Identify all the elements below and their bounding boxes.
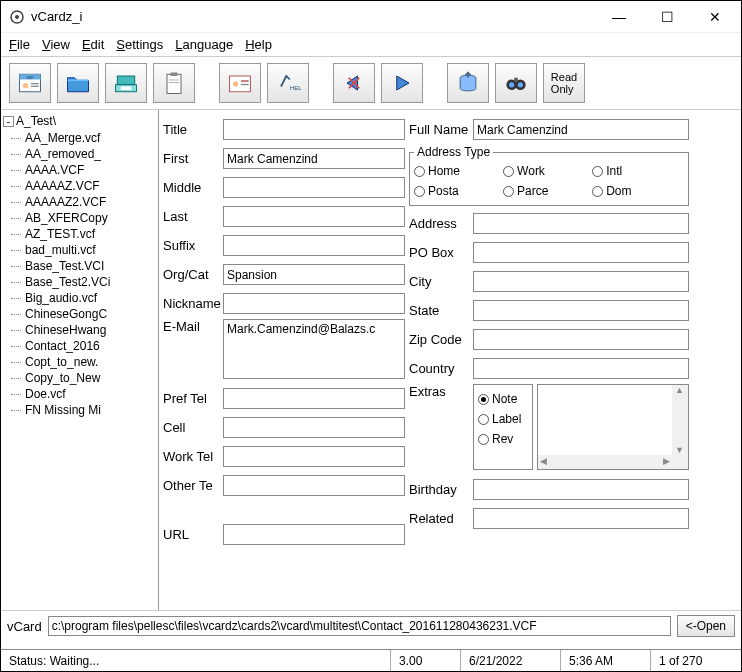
orgcat-field[interactable]	[223, 264, 405, 285]
tree-item[interactable]: AAAAAZ.VCF	[3, 178, 156, 194]
zip-field[interactable]	[473, 329, 689, 350]
label-addresstype: Address Type	[414, 145, 493, 159]
tree-item[interactable]: Copy_to_New	[3, 370, 156, 386]
othertel-field[interactable]	[223, 475, 405, 496]
fullname-field[interactable]	[473, 119, 689, 140]
label-preftel: Pref Tel	[163, 391, 223, 406]
radio-label[interactable]: Label	[478, 409, 528, 429]
file-tree[interactable]: -A_Test\ AA_Merge.vcfAA_removed_AAAA.VCF…	[1, 110, 159, 610]
menu-edit[interactable]: Edit	[82, 37, 104, 52]
radio-dom[interactable]: Dom	[592, 181, 681, 201]
menu-file[interactable]: File	[9, 37, 30, 52]
tree-item[interactable]: AAAA.VCF	[3, 162, 156, 178]
extras-textarea[interactable]	[537, 384, 689, 470]
suffix-field[interactable]	[223, 235, 405, 256]
tree-item[interactable]: Big_audio.vcf	[3, 290, 156, 306]
toolbar-vcf-icon[interactable]: VCF	[9, 63, 51, 103]
toolbar-forward-icon[interactable]	[381, 63, 423, 103]
svg-rect-17	[241, 80, 249, 81]
label-address: Address	[409, 216, 473, 231]
status-version: 3.00	[391, 650, 461, 671]
country-field[interactable]	[473, 358, 689, 379]
status-time: 5:36 AM	[561, 650, 651, 671]
radio-home[interactable]: Home	[414, 161, 503, 181]
email-field[interactable]: Mark.Camenzind@Balazs.c	[223, 319, 405, 379]
url-field[interactable]	[223, 524, 405, 545]
radio-note[interactable]: Note	[478, 389, 528, 409]
scrollbar-vertical[interactable]	[672, 385, 688, 469]
tree-root-label[interactable]: A_Test\	[16, 114, 56, 128]
preftel-field[interactable]	[223, 388, 405, 409]
worktel-field[interactable]	[223, 446, 405, 467]
pobox-field[interactable]	[473, 242, 689, 263]
tree-item[interactable]: Doe.vcf	[3, 386, 156, 402]
toolbar-folder-icon[interactable]	[57, 63, 99, 103]
radio-parcel[interactable]: Parce	[503, 181, 592, 201]
toolbar-clipboard-icon[interactable]	[153, 63, 195, 103]
tree-item[interactable]: Base_Test2.VCi	[3, 274, 156, 290]
close-button[interactable]: ✕	[697, 9, 733, 25]
open-button[interactable]: <-Open	[677, 615, 735, 637]
tree-item[interactable]: AB_XFERCopy	[3, 210, 156, 226]
minimize-button[interactable]: —	[601, 9, 637, 25]
svg-point-16	[233, 81, 238, 86]
svg-text:HELP?: HELP?	[290, 84, 302, 91]
svg-point-23	[509, 82, 514, 87]
tree-item[interactable]: ChineseGongC	[3, 306, 156, 322]
maximize-button[interactable]: ☐	[649, 9, 685, 25]
toolbar-back-icon[interactable]	[333, 63, 375, 103]
tree-item[interactable]: AA_Merge.vcf	[3, 130, 156, 146]
radio-rev[interactable]: Rev	[478, 429, 528, 449]
tree-item[interactable]: AZ_TEST.vcf	[3, 226, 156, 242]
tree-item[interactable]: Base_Test.VCI	[3, 258, 156, 274]
radio-intl[interactable]: Intl	[592, 161, 681, 181]
toolbar-typewriter-icon[interactable]	[105, 63, 147, 103]
tree-item[interactable]: ChineseHwang	[3, 322, 156, 338]
tree-collapse-icon[interactable]: -	[3, 116, 14, 127]
first-field[interactable]	[223, 148, 405, 169]
svg-rect-7	[31, 86, 39, 87]
tree-item[interactable]: Contact_2016	[3, 338, 156, 354]
nickname-field[interactable]	[223, 293, 405, 314]
address-field[interactable]	[473, 213, 689, 234]
label-othertel: Other Te	[163, 478, 223, 493]
radio-postal[interactable]: Posta	[414, 181, 503, 201]
cell-field[interactable]	[223, 417, 405, 438]
toolbar-readonly[interactable]: ReadOnly	[543, 63, 585, 103]
menu-help[interactable]: Help	[245, 37, 272, 52]
toolbar-card-icon[interactable]	[219, 63, 261, 103]
last-field[interactable]	[223, 206, 405, 227]
menu-language[interactable]: Language	[175, 37, 233, 52]
tree-item[interactable]: Copt_to_new.	[3, 354, 156, 370]
birthday-field[interactable]	[473, 479, 689, 500]
title-field[interactable]	[223, 119, 405, 140]
middle-field[interactable]	[223, 177, 405, 198]
svg-rect-12	[171, 73, 178, 77]
scrollbar-horizontal[interactable]	[538, 455, 672, 469]
state-field[interactable]	[473, 300, 689, 321]
label-suffix: Suffix	[163, 238, 223, 253]
label-extras: Extras	[409, 384, 473, 399]
tree-item[interactable]: AA_removed_	[3, 146, 156, 162]
label-email: E-Mail	[163, 319, 223, 334]
vcard-path-field[interactable]: c:\program files\pellesc\files\vcardz\ca…	[48, 616, 671, 636]
related-field[interactable]	[473, 508, 689, 529]
label-pobox: PO Box	[409, 245, 473, 260]
label-title: Title	[163, 122, 223, 137]
label-last: Last	[163, 209, 223, 224]
toolbar-help-icon[interactable]: HELP?	[267, 63, 309, 103]
svg-rect-18	[241, 84, 249, 85]
svg-point-1	[15, 15, 19, 19]
svg-rect-11	[167, 74, 181, 93]
tree-item[interactable]: bad_multi.vcf	[3, 242, 156, 258]
tree-item[interactable]: FN Missing Mi	[3, 402, 156, 418]
menu-settings[interactable]: Settings	[116, 37, 163, 52]
menu-view[interactable]: View	[42, 37, 70, 52]
label-worktel: Work Tel	[163, 449, 223, 464]
tree-item[interactable]: AAAAAZ2.VCF	[3, 194, 156, 210]
city-field[interactable]	[473, 271, 689, 292]
label-nickname: Nickname	[163, 296, 223, 311]
radio-work[interactable]: Work	[503, 161, 592, 181]
toolbar-database-icon[interactable]	[447, 63, 489, 103]
toolbar-binoculars-icon[interactable]	[495, 63, 537, 103]
